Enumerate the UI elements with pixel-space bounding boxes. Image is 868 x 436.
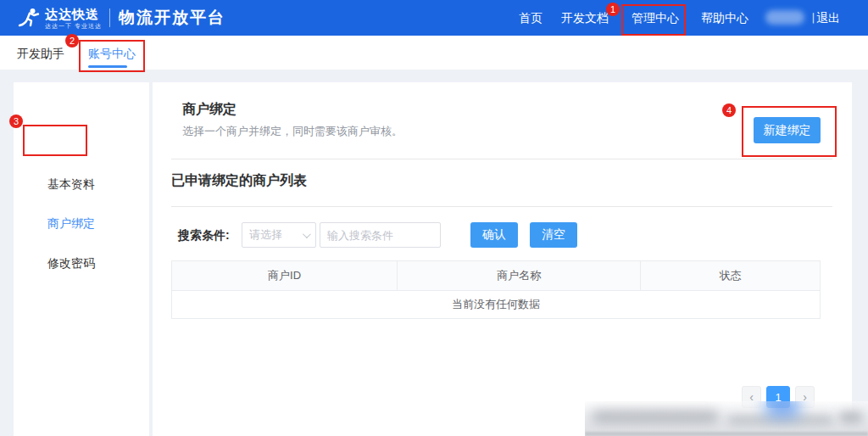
watermark-bottom-edge — [585, 432, 868, 436]
tab-dev-assistant[interactable]: 开发助手 — [17, 47, 64, 62]
divider-list — [171, 206, 832, 207]
brand-name: 达达快送 — [45, 8, 102, 20]
brand-text: 达达快送 达达一下 专业送达 — [45, 8, 102, 29]
tab-account-center[interactable]: 账号中心 — [88, 47, 136, 62]
logout-button[interactable]: 退出 — [816, 11, 840, 26]
merchant-table: 商户ID 商户名称 状态 当前没有任何数据 — [171, 260, 821, 319]
search-type-select[interactable]: 请选择 — [242, 222, 316, 248]
chevron-down-icon — [303, 230, 311, 238]
page-subtitle: 选择一个商户并绑定，同时需要该商户审核。 — [182, 124, 403, 139]
sidebar: 基本资料 商户绑定 修改密码 — [14, 82, 149, 436]
main-panel: 商户绑定 选择一个商户并绑定，同时需要该商户审核。 新建绑定 已申请绑定的商户列… — [153, 82, 852, 436]
divider-top — [171, 159, 832, 159]
col-merchant-name: 商户名称 — [397, 261, 640, 290]
nav-docs[interactable]: 开发文档 — [561, 11, 609, 26]
top-header: 达达快送 达达一下 专业送达 物流开放平台 首页 开发文档 管理中心 帮助中心 … — [0, 0, 868, 36]
logo-divider — [109, 8, 110, 27]
new-binding-button[interactable]: 新建绑定 — [754, 117, 821, 143]
select-placeholder: 请选择 — [249, 227, 282, 243]
sidebar-item-basic-info[interactable]: 基本资料 — [47, 177, 95, 193]
watermark-blob — [592, 411, 719, 423]
sub-tabbar: 开发助手 账号中心 — [0, 36, 868, 70]
clear-button[interactable]: 清空 — [530, 222, 577, 248]
nav-admin-center[interactable]: 管理中心 — [632, 11, 679, 26]
col-status: 状态 — [640, 261, 820, 290]
table-header-row: 商户ID 商户名称 状态 — [172, 261, 820, 291]
table-empty-row: 当前没有任何数据 — [172, 291, 820, 319]
nav-home[interactable]: 首页 — [519, 11, 542, 26]
dada-runner-icon — [17, 6, 41, 30]
search-input[interactable] — [320, 222, 441, 248]
watermark-blue-smear — [765, 401, 799, 416]
active-tab-underline — [88, 65, 127, 68]
nav-help-center[interactable]: 帮助中心 — [701, 11, 748, 26]
app-root: 达达快送 达达一下 专业送达 物流开放平台 首页 开发文档 管理中心 帮助中心 … — [0, 0, 868, 436]
sidebar-item-change-password[interactable]: 修改密码 — [47, 256, 95, 271]
brand-slogan: 达达一下 专业送达 — [45, 23, 102, 29]
confirm-button[interactable]: 确认 — [470, 222, 518, 248]
col-merchant-id: 商户ID — [172, 261, 397, 290]
page-title: 商户绑定 — [182, 101, 236, 119]
search-criteria-label: 搜索条件: — [178, 228, 230, 243]
bound-merchant-list-title: 已申请绑定的商户列表 — [171, 172, 307, 190]
brand-logo[interactable]: 达达快送 达达一下 专业送达 物流开放平台 — [17, 6, 225, 30]
watermark-blurred — [585, 401, 868, 436]
watermark-blob — [727, 416, 833, 425]
sidebar-item-merchant-binding[interactable]: 商户绑定 — [47, 216, 95, 232]
username-blurred[interactable] — [765, 10, 804, 25]
watermark-blob — [839, 411, 863, 423]
platform-title: 物流开放平台 — [119, 7, 225, 29]
